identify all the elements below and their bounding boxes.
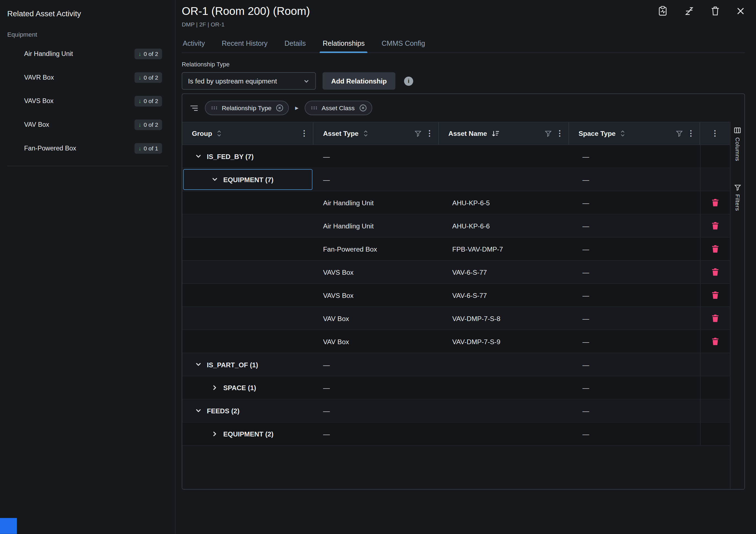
columns-icon — [734, 127, 741, 134]
relationship-type-dropdown[interactable]: Is fed by upstream equipment — [182, 72, 316, 89]
group-cell — [182, 261, 313, 283]
tab-bar: ActivityRecent HistoryDetailsRelationshi… — [182, 36, 745, 53]
equipment-list: Air Handling Unit ↓ 0 of 2 VAVR Box ↓ 0 … — [0, 42, 175, 160]
trash-icon[interactable] — [711, 6, 719, 15]
group-cell[interactable]: SPACE (1) — [182, 376, 313, 399]
chevron-down-icon[interactable] — [212, 176, 218, 183]
filter-icon[interactable] — [676, 130, 683, 137]
asset-type-cell: Air Handling Unit — [313, 215, 439, 237]
group-cell[interactable]: IS_FED_BY (7) — [182, 145, 313, 167]
space-type-cell: — — [569, 353, 700, 376]
equipment-list-item[interactable]: VAV Box ↓ 0 of 2 — [0, 113, 175, 137]
actions-cell — [700, 307, 730, 330]
space-type-cell: — — [569, 330, 700, 353]
badge-count: 0 of 2 — [144, 97, 158, 104]
delete-row-icon[interactable] — [712, 291, 719, 299]
chevron-down-icon[interactable] — [195, 408, 202, 414]
delete-row-icon[interactable] — [712, 268, 719, 276]
equipment-list-item[interactable]: Air Handling Unit ↓ 0 of 2 — [0, 42, 175, 65]
down-arrow-icon: ↓ — [138, 145, 141, 151]
asset-type-cell: VAV Box — [313, 330, 439, 353]
actions-cell — [700, 376, 730, 399]
table-row: Air Handling Unit AHU-KP-6-6 — — [182, 215, 730, 238]
delete-row-icon[interactable] — [712, 337, 719, 345]
tab-recent-history[interactable]: Recent History — [221, 36, 269, 52]
group-cell[interactable]: EQUIPMENT (7) — [182, 168, 313, 191]
column-label: Group — [192, 130, 212, 137]
column-header-group[interactable]: Group ⋮ — [182, 122, 313, 144]
kebab-menu-icon[interactable]: ⋮ — [711, 130, 719, 137]
empty-value: — — [582, 338, 589, 345]
column-header-asset-name[interactable]: Asset Name ⋮ — [439, 122, 569, 144]
empty-value: — — [323, 430, 330, 438]
group-row: EQUIPMENT (7) — — — [182, 168, 730, 191]
badge-count: 0 of 2 — [144, 121, 158, 128]
space-type-cell: — — [569, 145, 700, 167]
delete-row-icon[interactable] — [712, 314, 719, 322]
space-type-cell: — — [569, 307, 700, 330]
tab-relationships[interactable]: Relationships — [322, 36, 365, 52]
tab-cmms-config[interactable]: CMMS Config — [381, 36, 426, 52]
equipment-list-item[interactable]: VAVR Box ↓ 0 of 2 — [0, 65, 175, 89]
column-label: Space Type — [579, 130, 615, 137]
kebab-menu-icon[interactable]: ⋮ — [426, 130, 433, 137]
delete-row-icon[interactable] — [712, 198, 719, 207]
kebab-menu-icon[interactable]: ⋮ — [556, 130, 564, 137]
chips-container: Relationship Type ▶ Asset Class — [205, 101, 372, 115]
group-row: FEEDS (2) — — — [182, 399, 730, 423]
equipment-list-item[interactable]: VAVS Box ↓ 0 of 2 — [0, 89, 175, 113]
equipment-list-item[interactable]: Fan-Powered Box ↓ 0 of 1 — [0, 137, 175, 160]
chevron-down-icon[interactable] — [195, 362, 202, 368]
column-label: Asset Type — [323, 130, 359, 137]
filters-panel-tab[interactable]: Filters — [734, 184, 741, 211]
group-cell[interactable]: EQUIPMENT (2) — [182, 423, 313, 445]
group-cell[interactable]: FEEDS (2) — [182, 399, 313, 422]
asset-type-cell: VAV Box — [313, 307, 439, 330]
delete-row-icon[interactable] — [712, 245, 719, 253]
sort-icon[interactable] — [620, 130, 625, 137]
table-row: Fan-Powered Box FPB-VAV-DMP-7 — — [182, 238, 730, 261]
chevron-down-icon[interactable] — [195, 153, 202, 160]
kebab-menu-icon[interactable]: ⋮ — [687, 130, 695, 137]
sort-icon[interactable] — [363, 130, 368, 137]
group-cell[interactable]: IS_PART_OF (1) — [182, 353, 313, 376]
group-label: EQUIPMENT (2) — [223, 430, 274, 438]
remove-chip-icon[interactable] — [276, 104, 284, 112]
delete-row-icon[interactable] — [712, 221, 719, 230]
relationship-type-label: Relationship Type — [182, 61, 745, 68]
sort-active-icon[interactable] — [491, 130, 500, 137]
clipboard-pulse-icon[interactable] — [658, 6, 667, 16]
snooze-icon[interactable] — [685, 6, 694, 15]
column-header-space-type[interactable]: Space Type ⋮ — [569, 122, 700, 144]
tab-activity[interactable]: Activity — [182, 36, 206, 52]
activity-badge: ↓ 0 of 1 — [135, 143, 162, 153]
controls-row: Is fed by upstream equipment Add Relatio… — [182, 72, 745, 89]
actions-cell — [700, 191, 730, 214]
columns-panel-tab[interactable]: Columns — [734, 127, 741, 161]
sort-icon[interactable] — [216, 130, 222, 137]
activity-badge: ↓ 0 of 2 — [135, 72, 162, 82]
asset-name-cell — [439, 399, 569, 422]
filter-icon[interactable] — [545, 130, 552, 137]
down-arrow-icon: ↓ — [138, 122, 141, 128]
group-chip[interactable]: Relationship Type — [205, 101, 289, 115]
info-icon[interactable]: i — [404, 76, 413, 86]
remove-chip-icon[interactable] — [359, 104, 367, 112]
group-chip[interactable]: Asset Class — [305, 101, 372, 115]
space-type-cell: — — [569, 215, 700, 237]
close-icon[interactable] — [737, 7, 744, 14]
chevron-right-icon[interactable] — [212, 431, 218, 437]
filter-icon[interactable] — [415, 130, 421, 137]
tab-details[interactable]: Details — [284, 36, 307, 52]
kebab-menu-icon[interactable]: ⋮ — [300, 130, 308, 137]
column-header-asset-type[interactable]: Asset Type ⋮ — [313, 122, 439, 144]
app-window: Related Asset Activity Equipment Air Han… — [0, 0, 756, 534]
actions-cell — [700, 145, 730, 167]
add-relationship-button[interactable]: Add Relationship — [323, 72, 395, 89]
filter-icon — [734, 184, 741, 191]
group-cell — [182, 238, 313, 260]
chevron-right-icon[interactable] — [212, 384, 218, 391]
space-type-cell: — — [569, 423, 700, 445]
asset-name-cell: AHU-KP-6-6 — [439, 215, 569, 237]
actions-cell — [700, 238, 730, 260]
